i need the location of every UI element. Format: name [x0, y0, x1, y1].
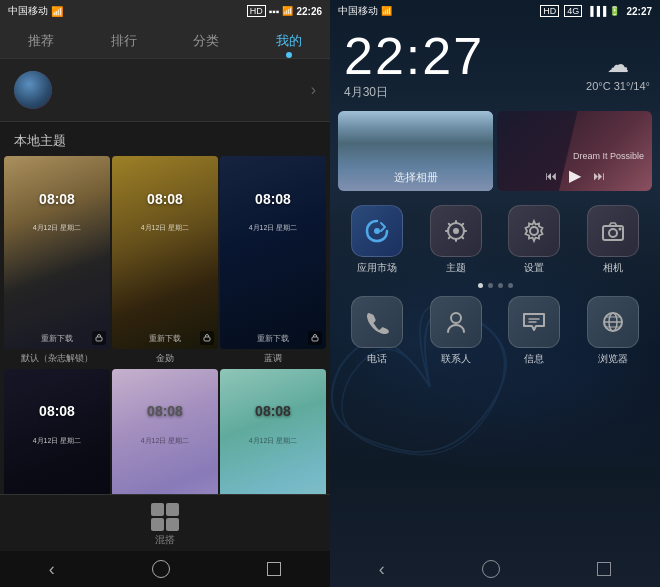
mix-icon [151, 503, 179, 531]
carrier-icons-left: 📶 [51, 6, 63, 17]
app-grid-row1: 应用市场 主题 设置 [330, 195, 660, 279]
theme-clock-1: 08:08 [39, 191, 75, 207]
theme-app-icon [430, 205, 482, 257]
app-market[interactable]: 应用市场 [342, 205, 413, 275]
play-button[interactable]: ▶ [569, 166, 581, 185]
theme-date-6: 4月12日 星期二 [249, 436, 298, 446]
prev-button[interactable]: ⏮ [545, 169, 557, 183]
next-button[interactable]: ⏭ [593, 169, 605, 183]
app-camera[interactable]: 相机 [578, 205, 649, 275]
tab-recommend[interactable]: 推荐 [0, 22, 83, 58]
browser-app-label: 浏览器 [598, 352, 628, 366]
theme-item-4[interactable]: 08:08 4月12日 星期二 重新下载 [4, 369, 110, 494]
market-icon [351, 205, 403, 257]
theme-date-2: 4月12日 星期二 [141, 223, 190, 233]
music-widget[interactable]: Dream It Possible ⏮ ▶ ⏭ [497, 111, 652, 191]
page-dot-4[interactable] [508, 283, 513, 288]
settings-app-icon [508, 205, 560, 257]
theme-clock-5: 08:08 [147, 403, 183, 419]
theme-clock-2: 08:08 [147, 191, 183, 207]
theme-item-5[interactable]: 08:08 4月12日 星期二 重新下载 [112, 369, 218, 494]
photo-widget[interactable]: 选择相册 [338, 111, 493, 191]
status-bar-right: 中国移动 📶 HD 4G ▐▐▐ 🔋 22:27 [330, 0, 660, 22]
theme-clock-3: 08:08 [255, 191, 291, 207]
page-dot-1[interactable] [478, 283, 483, 288]
page-dots [330, 279, 660, 292]
message-app-label: 信息 [524, 352, 544, 366]
battery-icon-right: 🔋 [609, 6, 620, 16]
tab-ranking[interactable]: 排行 [83, 22, 166, 58]
theme-item-3[interactable]: 08:08 4月12日 星期二 重新下载 蓝调 [220, 156, 326, 367]
widgets-row: 选择相册 Dream It Possible ⏮ ▶ ⏭ [330, 103, 660, 195]
time-left: 22:26 [296, 6, 322, 17]
theme-item-2[interactable]: 08:08 4月12日 星期二 重新下载 金勋 [112, 156, 218, 367]
time-right: 22:27 [626, 6, 652, 17]
avatar-image [14, 71, 52, 109]
tab-category[interactable]: 分类 [165, 22, 248, 58]
mix-dot-4 [166, 518, 179, 531]
phone-app-icon [351, 296, 403, 348]
phone-app-label: 电话 [367, 352, 387, 366]
carrier-left: 中国移动 📶 [8, 4, 63, 18]
home-button-left[interactable] [152, 560, 170, 578]
app-settings[interactable]: 设置 [499, 205, 570, 275]
app-message[interactable]: 信息 [499, 296, 570, 366]
theme-date-1: 4月12日 星期二 [33, 223, 82, 233]
theme-item-1[interactable]: 08:08 4月12日 星期二 重新下载 默认（杂志解锁） [4, 156, 110, 367]
carrier-name-right: 中国移动 [338, 4, 378, 18]
theme-refresh-2: 重新下载 [112, 333, 218, 344]
page-dot-2[interactable] [488, 283, 493, 288]
recents-button-right[interactable] [597, 562, 611, 576]
theme-name-1: 默认（杂志解锁） [4, 349, 110, 367]
theme-refresh-1: 重新下载 [4, 333, 110, 344]
weather-widget: ☁ 20°C 31°/14° [586, 52, 650, 92]
hd-label-left: HD [247, 5, 266, 17]
right-panel: 中国移动 📶 HD 4G ▐▐▐ 🔋 22:27 22:27 4月30日 ☁ 2… [330, 0, 660, 587]
app-phone[interactable]: 电话 [342, 296, 413, 366]
nav-tabs: 推荐 排行 分类 我的 [0, 22, 330, 59]
avatar [14, 71, 52, 109]
mix-dot-1 [151, 503, 164, 516]
svg-point-6 [374, 228, 380, 234]
theme-date-5: 4月12日 星期二 [141, 436, 190, 446]
app-grid-row2: 电话 联系人 信息 [330, 292, 660, 370]
back-button-left[interactable]: ‹ [49, 559, 55, 580]
svg-point-11 [609, 229, 617, 237]
weather-cloud-icon: ☁ [586, 52, 650, 78]
signal-icon-left: 📶 [282, 6, 293, 16]
status-bar-left: 中国移动 📶 HD ▪▪▪ 📶 22:26 [0, 0, 330, 22]
theme-clock-6: 08:08 [255, 403, 291, 419]
settings-app-label: 设置 [524, 261, 544, 275]
theme-refresh-3: 重新下载 [220, 333, 326, 344]
tab-mine[interactable]: 我的 [248, 22, 331, 58]
theme-date-4: 4月12日 星期二 [33, 436, 82, 446]
lte-icon: 4G [564, 5, 582, 17]
carrier-icons-right: 📶 [381, 6, 392, 16]
recents-button-left[interactable] [267, 562, 281, 576]
camera-app-icon [587, 205, 639, 257]
theme-date-3: 4月12日 星期二 [249, 223, 298, 233]
svg-point-8 [453, 228, 459, 234]
section-title: 本地主题 [0, 122, 330, 156]
themes-grid: 08:08 4月12日 星期二 重新下载 默认（杂志解锁） 08:08 4月12… [0, 156, 330, 494]
back-button-right[interactable]: ‹ [379, 559, 385, 580]
page-dot-3[interactable] [498, 283, 503, 288]
photo-widget-label: 选择相册 [338, 170, 493, 185]
bottom-mix-bar[interactable]: 混搭 [0, 494, 330, 551]
weather-temp: 20°C 31°/14° [586, 80, 650, 92]
status-icons-left: HD ▪▪▪ 📶 22:26 [247, 5, 322, 17]
left-panel: 中国移动 📶 HD ▪▪▪ 📶 22:26 推荐 排行 分类 我的 › 本地主题 [0, 0, 330, 587]
carrier-name-left: 中国移动 [8, 4, 48, 18]
mix-dot-3 [151, 518, 164, 531]
app-browser[interactable]: 浏览器 [578, 296, 649, 366]
time-weather-section: 22:27 4月30日 ☁ 20°C 31°/14° [330, 22, 660, 103]
theme-name-3: 蓝调 [220, 349, 326, 367]
app-theme[interactable]: 主题 [421, 205, 492, 275]
home-button-right[interactable] [482, 560, 500, 578]
nav-bottom-left: ‹ [0, 551, 330, 587]
profile-row[interactable]: › [0, 59, 330, 122]
theme-app-label: 主题 [446, 261, 466, 275]
svg-point-13 [451, 313, 461, 323]
theme-item-6[interactable]: 08:08 4月12日 星期二 重新下载 [220, 369, 326, 494]
app-contacts[interactable]: 联系人 [421, 296, 492, 366]
